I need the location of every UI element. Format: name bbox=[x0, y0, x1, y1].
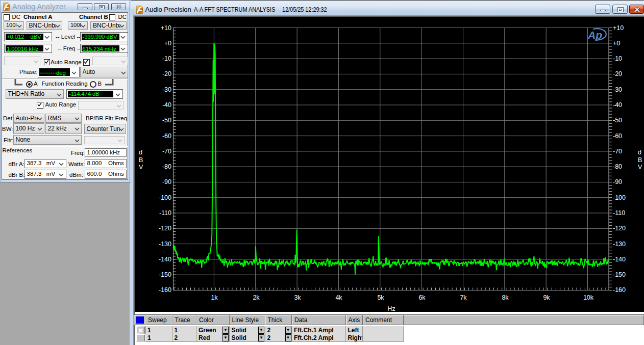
svg-text:-90: -90 bbox=[162, 178, 171, 185]
svg-text:-30: -30 bbox=[162, 86, 171, 93]
svg-text:3k: 3k bbox=[294, 294, 301, 301]
svg-text:-80: -80 bbox=[613, 163, 622, 170]
svg-text:-40: -40 bbox=[162, 101, 171, 109]
svg-text:7k: 7k bbox=[460, 294, 467, 301]
svg-text:2k: 2k bbox=[253, 294, 260, 301]
svg-text:-120: -120 bbox=[613, 225, 626, 232]
svg-text:+10: +10 bbox=[613, 24, 624, 32]
svg-text:-140: -140 bbox=[159, 256, 171, 263]
svg-text:1k: 1k bbox=[211, 294, 218, 301]
svg-text:+10: +10 bbox=[161, 24, 171, 32]
svg-text:-40: -40 bbox=[613, 101, 622, 109]
svg-text:-100: -100 bbox=[159, 194, 171, 201]
svg-text:-70: -70 bbox=[613, 148, 622, 155]
svg-text:4k: 4k bbox=[335, 294, 342, 301]
svg-text:Ap: Ap bbox=[587, 29, 602, 41]
svg-text:-20: -20 bbox=[613, 70, 622, 77]
svg-text:B: B bbox=[139, 156, 143, 164]
svg-text:6k: 6k bbox=[418, 294, 426, 301]
svg-text:9k: 9k bbox=[543, 294, 550, 301]
svg-text:V: V bbox=[139, 164, 143, 171]
svg-text:-10: -10 bbox=[162, 55, 171, 62]
svg-text:-50: -50 bbox=[162, 117, 171, 124]
svg-text:-110: -110 bbox=[159, 209, 171, 217]
svg-text:-70: -70 bbox=[162, 148, 171, 155]
svg-text:10k: 10k bbox=[583, 294, 594, 301]
svg-text:8k: 8k bbox=[502, 294, 509, 301]
svg-text:B: B bbox=[638, 156, 642, 164]
svg-text:-150: -150 bbox=[613, 271, 626, 278]
svg-text:-150: -150 bbox=[159, 271, 171, 278]
svg-text:+0: +0 bbox=[613, 40, 620, 47]
svg-text:-20: -20 bbox=[162, 70, 171, 77]
svg-text:d: d bbox=[638, 149, 641, 156]
svg-text:-30: -30 bbox=[613, 86, 622, 93]
svg-text:-140: -140 bbox=[613, 256, 626, 263]
svg-text:-120: -120 bbox=[159, 225, 171, 232]
svg-text:-130: -130 bbox=[613, 241, 626, 248]
svg-text:-50: -50 bbox=[613, 117, 622, 124]
svg-text:+0: +0 bbox=[164, 40, 171, 47]
svg-text:-80: -80 bbox=[162, 163, 171, 170]
svg-text:-60: -60 bbox=[613, 132, 622, 140]
svg-text:-10: -10 bbox=[613, 55, 622, 62]
svg-text:-60: -60 bbox=[162, 132, 171, 140]
svg-text:-110: -110 bbox=[613, 209, 625, 217]
svg-text:-90: -90 bbox=[613, 178, 622, 185]
svg-text:V: V bbox=[638, 164, 642, 171]
svg-text:d: d bbox=[139, 149, 142, 156]
svg-text:-160: -160 bbox=[613, 286, 626, 294]
svg-text:Hz: Hz bbox=[387, 305, 395, 312]
svg-text:-130: -130 bbox=[159, 241, 171, 248]
svg-text:5k: 5k bbox=[377, 294, 384, 301]
svg-text:-160: -160 bbox=[159, 286, 171, 294]
svg-text:-100: -100 bbox=[613, 194, 626, 201]
